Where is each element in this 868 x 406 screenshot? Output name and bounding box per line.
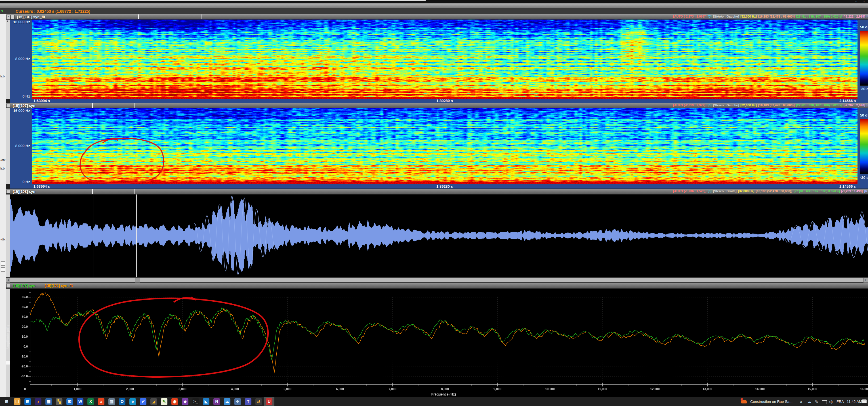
scrollbar-thumb[interactable] [135, 278, 140, 283]
taskbar-dev-blocks-icon[interactable]: ▚ [54, 397, 64, 406]
toolbar[interactable] [0, 3, 868, 8]
freq-axis-label: 8 000 Hz [10, 144, 30, 148]
taskbar-start-icon[interactable]: ⊞ [2, 397, 12, 406]
move-pane-icon[interactable]: ∷ [6, 190, 10, 194]
colorbar-max-label: 50 d [860, 113, 868, 117]
close-pane-icon[interactable]: × [6, 15, 10, 19]
y-tick-label: -30.0 [10, 375, 28, 378]
taskbar-remote-desktop-icon[interactable]: ▥ [107, 397, 117, 406]
taskbar-teams-icon[interactable]: T [243, 397, 253, 406]
move-pane-icon[interactable]: ∷ [6, 104, 10, 108]
x-tick-label: 11,000 [594, 387, 611, 391]
left-dock-strip[interactable] [0, 14, 6, 397]
status-segment: [32,000 Hz] [740, 15, 756, 18]
close-button[interactable]: × [860, 0, 868, 3]
dock-label: -dtx [0, 158, 6, 162]
snap-icon: s [1, 9, 3, 13]
x-tick-label: 10,000 [541, 387, 558, 391]
clock[interactable]: 11:42 AM [847, 397, 862, 406]
pepper-app-glyph: ▲ [98, 398, 104, 405]
tray-chevron-icon[interactable]: ∧ [800, 397, 802, 406]
taskbar-cloud-sync-icon[interactable]: ☁ [222, 397, 232, 406]
header-cursor-tick[interactable] [92, 103, 93, 108]
network-icon[interactable] [822, 400, 827, 404]
spectrum-canvas[interactable] [10, 288, 868, 397]
status-segment: [32,000 Hz] [738, 190, 754, 193]
edge-glyph: e [129, 398, 136, 405]
status-segment: [-2,267 : 2,920] [844, 103, 865, 107]
taskbar-notepad-icon[interactable]: ✎ [159, 397, 169, 406]
speaker-icon[interactable]: ◁) [829, 397, 833, 406]
taskbar-mail-icon[interactable]: ✉ [65, 397, 75, 406]
x-tick-label: 14,000 [751, 387, 768, 391]
start-glyph: ⊞ [3, 398, 10, 405]
helper-bot-glyph: ❖ [235, 398, 241, 405]
spectrogram1-canvas[interactable] [32, 19, 858, 99]
waveform-cursor-right[interactable] [136, 194, 137, 277]
wave-scroll-strip[interactable] [6, 194, 10, 277]
spec2-scroll-strip[interactable] [6, 108, 10, 184]
maximize-button[interactable]: □ [852, 0, 860, 3]
pen-battery-icon[interactable]: ✎ [815, 397, 818, 406]
taskbar-firefox-icon[interactable]: ◕ [33, 397, 43, 406]
taskbar-media-red-icon[interactable]: ◉ [170, 397, 180, 406]
taskbar-edge-icon[interactable]: e [128, 397, 138, 406]
minimize-button[interactable]: — [844, 0, 852, 3]
taskbar-pepper-app-icon[interactable]: ▲ [96, 397, 106, 406]
scroll-up-icon[interactable]: ▲ [6, 20, 9, 23]
time-label: 2.14566 s [799, 184, 856, 189]
todo-glyph: ✔ [140, 398, 147, 405]
time-label: 1.63994 s [33, 99, 90, 103]
move-pane-icon[interactable]: ∷ [6, 284, 10, 288]
header-cursor-tick[interactable] [134, 189, 134, 194]
audio-analyzer-glyph: U [266, 398, 272, 405]
dock-mini-button-1[interactable] [1, 261, 5, 266]
spec1-scroll-strip[interactable]: ▲ [6, 19, 10, 99]
taskbar-profiler-icon[interactable]: ◢ [149, 397, 159, 406]
taskbar-cmd-icon[interactable]: >_ [191, 397, 201, 406]
freq-axis-label: 16 000 Hz [10, 109, 30, 113]
header-cursor-tick[interactable] [138, 14, 139, 19]
panel-status-readout: [AUTO (-2,319 : 2,972)][0][Stéréo : Gauc… [673, 103, 868, 107]
taskbar-audio-analyzer-icon[interactable]: U [264, 397, 274, 406]
taskbar-file-sync-icon[interactable]: ⇄ [254, 397, 264, 406]
alert-badge: ! [741, 398, 743, 401]
taskbar-calculator-icon[interactable]: ▦ [44, 397, 54, 406]
spectrogram2-canvas[interactable] [32, 108, 858, 184]
move-pane-icon[interactable]: ∷ [10, 15, 14, 19]
status-segment: [27 (81 : 638, 107 : 180) 0.020 s] [796, 103, 842, 107]
status-segment: [AUTO (-2,273 : 2,966)] [673, 15, 706, 18]
dock-mini-button-2[interactable] [1, 267, 5, 272]
taskbar-helper-bot-icon[interactable]: ❖ [233, 397, 243, 406]
taskbar-outlook-icon[interactable]: O [117, 397, 127, 406]
taskbar-excel-icon[interactable]: X [86, 397, 96, 406]
time-axis-row-spec1: 1.63994 s1.89280 s2.14566 s [10, 99, 868, 103]
tray-alert-text[interactable]: Construction on Rue Sa... [750, 397, 793, 406]
y-tick-label: -10.0 [10, 355, 28, 358]
header-cursor-tick[interactable] [134, 103, 134, 108]
traffic-alert-icon[interactable]: ! [741, 400, 747, 403]
status-segment: [-1,209 : 1,499] [841, 190, 863, 193]
scrollbar-right-arrow[interactable]: ► [864, 278, 868, 283]
cursor-readout: Curseurs : 0.02453 s (1.68772 : 1.71225) [16, 9, 90, 13]
header-cursor-tick[interactable] [92, 189, 93, 194]
onedrive-icon[interactable]: ☁ [807, 397, 811, 406]
taskbar-todo-icon[interactable]: ✔ [138, 397, 148, 406]
freq-axis-label: 0 Hz [10, 94, 30, 98]
taskbar-visual-studio-icon[interactable]: ◆ [180, 397, 190, 406]
language-indicator[interactable]: FRA [837, 397, 844, 406]
status-segment: [AUTO (-1,236 : 1,526)] [673, 190, 706, 193]
waveform-cursor-left[interactable] [94, 194, 94, 277]
strip-mini-button[interactable] [6, 361, 10, 365]
header-cursor-tick[interactable] [201, 14, 202, 19]
taskbar-ms-store-icon[interactable]: ⊞ [23, 397, 33, 406]
calculator-glyph: ▦ [45, 398, 52, 405]
scrollbar-left-arrow[interactable]: ◄ [6, 278, 10, 283]
action-center-icon[interactable] [862, 400, 867, 403]
waveform-canvas[interactable] [10, 194, 868, 277]
taskbar-vscode-icon[interactable]: ◣ [201, 397, 211, 406]
profiler-glyph: ◢ [150, 398, 157, 405]
taskbar-word-icon[interactable]: W [75, 397, 85, 406]
taskbar-onenote-icon[interactable]: N [212, 397, 222, 406]
taskbar-file-explorer-icon[interactable]: ❏ [12, 397, 23, 406]
